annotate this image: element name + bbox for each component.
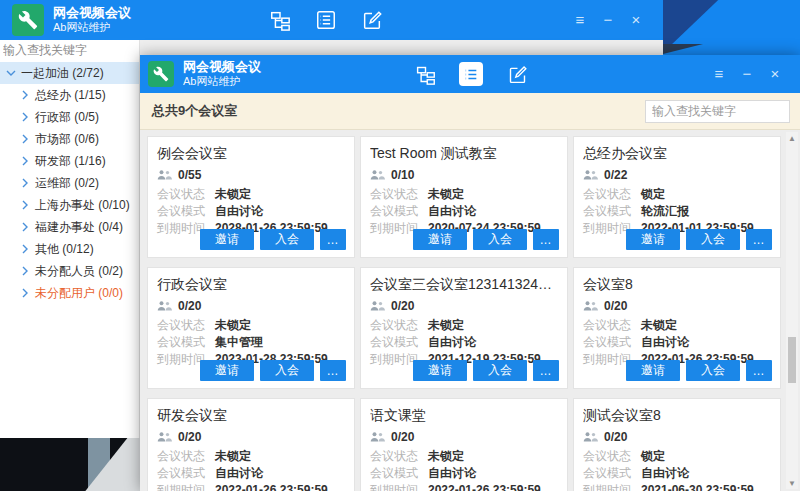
tree-chevron-icon[interactable] bbox=[18, 156, 32, 166]
room-name: 测试会议室8 bbox=[583, 407, 771, 425]
more-options-button[interactable]: … bbox=[533, 229, 559, 250]
app-subtitle: Ab网站维护 bbox=[53, 21, 131, 35]
participant-count-row: 0/20 bbox=[370, 299, 558, 313]
tree-chevron-icon[interactable] bbox=[18, 134, 32, 144]
invite-button[interactable]: 邀请 bbox=[413, 229, 467, 250]
expire-label: 到期时间 bbox=[583, 482, 641, 491]
vertical-scrollbar[interactable]: ▲ ▼ bbox=[786, 132, 798, 489]
room-list-icon-active[interactable] bbox=[459, 62, 483, 86]
org-chart-icon[interactable] bbox=[413, 62, 437, 86]
mode-value: 自由讨论 bbox=[428, 465, 476, 482]
mode-field: 会议模式 自由讨论 bbox=[370, 465, 558, 482]
invite-button[interactable]: 邀请 bbox=[626, 229, 680, 250]
more-options-button[interactable]: … bbox=[746, 229, 772, 250]
menu-button[interactable]: ≡ bbox=[571, 12, 589, 27]
status-field: 会议状态 未锁定 bbox=[583, 317, 771, 334]
status-value: 未锁定 bbox=[215, 317, 251, 334]
invite-button[interactable]: 邀请 bbox=[200, 360, 254, 381]
sidebar-tree-item[interactable]: 其他 (0/12) bbox=[0, 238, 139, 260]
tree-item-label: 上海办事处 (0/10) bbox=[35, 197, 130, 214]
tree-chevron-icon[interactable] bbox=[18, 90, 32, 100]
sidebar-tree-item[interactable]: 上海办事处 (0/10) bbox=[0, 194, 139, 216]
more-options-button[interactable]: … bbox=[533, 360, 559, 381]
tree-chevron-icon[interactable] bbox=[18, 222, 32, 232]
tree-chevron-icon[interactable] bbox=[18, 112, 32, 122]
join-button[interactable]: 入会 bbox=[473, 360, 527, 381]
invite-button[interactable]: 邀请 bbox=[626, 360, 680, 381]
tree-chevron-icon[interactable] bbox=[18, 244, 32, 254]
sidebar-tree-item[interactable]: 总经办 (1/15) bbox=[0, 84, 139, 106]
background-window-titlebar: 网会视频会议 Ab网站维护 bbox=[0, 0, 663, 40]
room-name: 总经办会议室 bbox=[583, 145, 771, 163]
more-options-button[interactable]: … bbox=[320, 360, 346, 381]
sidebar-tree-item[interactable]: 未分配人员 (0/2) bbox=[0, 260, 139, 282]
desktop-wallpaper-bottom-left bbox=[0, 438, 140, 491]
join-button[interactable]: 入会 bbox=[473, 229, 527, 250]
status-label: 会议状态 bbox=[370, 186, 428, 203]
room-name: 研发会议室 bbox=[157, 407, 345, 425]
wallpaper-light-wedge bbox=[0, 438, 140, 491]
card-actions: 邀请 入会 … bbox=[413, 229, 559, 250]
status-value: 未锁定 bbox=[215, 448, 251, 465]
status-value: 锁定 bbox=[641, 186, 665, 203]
tree-item-label: 研发部 (1/16) bbox=[35, 153, 106, 170]
card-actions: 邀请 入会 … bbox=[626, 229, 772, 250]
sidebar-tree-item[interactable]: 研发部 (1/16) bbox=[0, 150, 139, 172]
sidebar-tree-item[interactable]: 行政部 (0/5) bbox=[0, 106, 139, 128]
foreground-window-controls: ≡ − × bbox=[710, 66, 784, 81]
org-chart-icon[interactable] bbox=[268, 8, 292, 32]
menu-button[interactable]: ≡ bbox=[710, 66, 728, 81]
participant-count-row: 0/55 bbox=[157, 168, 345, 182]
tree-chevron-icon[interactable] bbox=[18, 200, 32, 210]
sidebar-tree-item[interactable]: 运维部 (0/2) bbox=[0, 172, 139, 194]
scroll-up-arrow-icon[interactable]: ▲ bbox=[786, 132, 798, 144]
meeting-room-card: 研发会议室 0/20 会议状态 未锁定 会议模式 自由讨论 到期时间 2022-… bbox=[147, 398, 355, 491]
mode-value: 轮流汇报 bbox=[641, 203, 689, 220]
foreground-window-titlebar: 网会视频会议 Ab网站维护 bbox=[140, 55, 800, 93]
tree-item-label: 行政部 (0/5) bbox=[35, 109, 99, 126]
status-value: 未锁定 bbox=[215, 186, 251, 203]
room-name: 会议室三会议室123141324141三会... bbox=[370, 276, 558, 294]
sidebar-tree-item[interactable]: 一起加油 (2/72) bbox=[0, 62, 139, 84]
more-options-button[interactable]: … bbox=[746, 360, 772, 381]
edit-compose-icon[interactable] bbox=[505, 62, 529, 86]
tree-chevron-icon[interactable] bbox=[18, 266, 32, 276]
minimize-button[interactable]: − bbox=[738, 66, 756, 81]
participants-icon bbox=[583, 431, 598, 443]
edit-compose-icon[interactable] bbox=[360, 8, 384, 32]
sidebar-tree-item[interactable]: 未分配用户 (0/0) bbox=[0, 282, 139, 304]
status-field: 会议状态 未锁定 bbox=[157, 448, 345, 465]
sidebar-tree-item[interactable]: 市场部 (0/6) bbox=[0, 128, 139, 150]
join-button[interactable]: 入会 bbox=[686, 360, 740, 381]
mode-field: 会议模式 自由讨论 bbox=[157, 465, 345, 482]
scrollbar-thumb[interactable] bbox=[788, 337, 796, 383]
meeting-room-window: 网会视频会议 Ab网站维护 bbox=[140, 55, 800, 491]
invite-button[interactable]: 邀请 bbox=[413, 360, 467, 381]
scroll-down-arrow-icon[interactable]: ▼ bbox=[786, 477, 798, 489]
room-search-input[interactable] bbox=[645, 100, 790, 123]
room-list-icon[interactable] bbox=[314, 8, 338, 32]
status-label: 会议状态 bbox=[370, 448, 428, 465]
tree-chevron-icon[interactable] bbox=[18, 178, 32, 188]
sidebar-tree-item[interactable]: 福建办事处 (0/4) bbox=[0, 216, 139, 238]
desktop: 网会视频会议 Ab网站维护 bbox=[0, 0, 800, 491]
close-button[interactable]: × bbox=[766, 66, 784, 81]
summary-bar: 总共9个会议室 bbox=[140, 93, 800, 130]
app-titles: 网会视频会议 Ab网站维护 bbox=[183, 59, 261, 89]
tree-chevron-icon[interactable] bbox=[18, 288, 32, 298]
room-name: 例会会议室 bbox=[157, 145, 345, 163]
status-label: 会议状态 bbox=[583, 317, 641, 334]
status-label: 会议状态 bbox=[157, 448, 215, 465]
more-options-button[interactable]: … bbox=[320, 229, 346, 250]
close-button[interactable]: × bbox=[627, 12, 645, 27]
join-button[interactable]: 入会 bbox=[686, 229, 740, 250]
join-button[interactable]: 入会 bbox=[260, 360, 314, 381]
participants-icon bbox=[583, 169, 598, 181]
invite-button[interactable]: 邀请 bbox=[200, 229, 254, 250]
tree-chevron-icon[interactable] bbox=[4, 68, 18, 78]
status-value: 未锁定 bbox=[428, 317, 464, 334]
mode-field: 会议模式 轮流汇报 bbox=[583, 203, 771, 220]
minimize-button[interactable]: − bbox=[599, 12, 617, 27]
join-button[interactable]: 入会 bbox=[260, 229, 314, 250]
sidebar-search-input[interactable] bbox=[0, 40, 139, 60]
